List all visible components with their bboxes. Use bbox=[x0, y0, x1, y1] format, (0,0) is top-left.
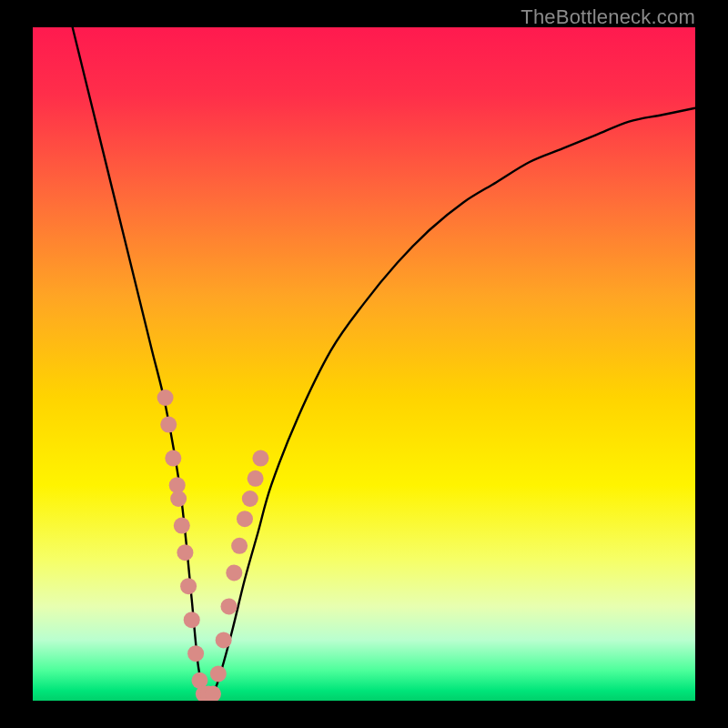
sample-marker bbox=[210, 665, 227, 682]
sample-marker bbox=[226, 564, 242, 581]
sample-marker bbox=[170, 490, 187, 507]
watermark-text: TheBottleneck.com bbox=[521, 5, 695, 29]
sample-marker bbox=[216, 632, 232, 648]
sample-marker bbox=[180, 578, 197, 594]
sample-marker bbox=[177, 544, 193, 561]
sample-marker bbox=[160, 417, 177, 433]
chart-container: { "watermark": "TheBottleneck.com", "col… bbox=[0, 0, 728, 728]
sample-marker bbox=[220, 598, 237, 614]
sample-marker bbox=[242, 490, 258, 507]
sample-marker bbox=[165, 450, 181, 467]
bottleneck-curve bbox=[73, 27, 695, 696]
sample-markers bbox=[157, 389, 269, 701]
sample-marker bbox=[248, 470, 264, 487]
sample-marker bbox=[237, 511, 253, 527]
chart-overlay bbox=[33, 27, 695, 701]
sample-marker bbox=[184, 612, 200, 628]
sample-marker bbox=[231, 538, 248, 554]
sample-marker bbox=[174, 518, 190, 534]
sample-marker bbox=[187, 645, 204, 662]
sample-marker bbox=[157, 389, 174, 406]
sample-marker bbox=[252, 450, 268, 467]
plot-area bbox=[33, 27, 695, 701]
